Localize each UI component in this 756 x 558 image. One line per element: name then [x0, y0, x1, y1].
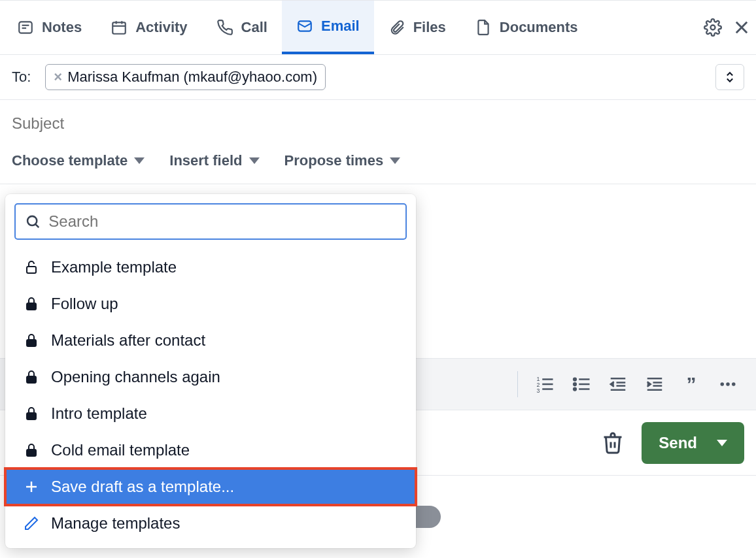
svg-rect-43 — [27, 450, 36, 456]
close-icon[interactable] — [732, 18, 751, 37]
lock-icon — [24, 442, 39, 458]
tab-email[interactable]: Email — [282, 1, 374, 54]
gear-icon[interactable] — [704, 18, 722, 37]
compose-toolbar: Choose template Insert field Propose tim… — [0, 152, 756, 184]
template-item-label: Example template — [51, 258, 177, 276]
to-row: To: × Marissa Kaufman (mkauf@yhaoo.com) — [0, 55, 756, 100]
document-icon — [475, 19, 492, 36]
svg-point-8 — [711, 25, 715, 30]
svg-point-32 — [726, 382, 730, 386]
note-icon — [17, 19, 34, 36]
email-icon — [296, 18, 313, 35]
choose-template-label: Choose template — [12, 152, 128, 169]
svg-point-18 — [574, 383, 576, 386]
plus-icon — [24, 479, 39, 495]
template-item-label: Cold email template — [51, 441, 190, 459]
tab-activity[interactable]: Activity — [96, 1, 201, 54]
template-popover: Example template Follow up Materials aft… — [5, 194, 416, 548]
manage-templates-label: Manage templates — [51, 514, 180, 533]
subject-input[interactable] — [12, 114, 744, 133]
template-item[interactable]: Follow up — [5, 286, 416, 322]
template-item[interactable]: Opening channels again — [5, 359, 416, 395]
pencil-icon — [24, 516, 39, 531]
recipient-chip[interactable]: × Marissa Kaufman (mkauf@yhaoo.com) — [45, 64, 326, 90]
template-search-box[interactable] — [14, 203, 407, 240]
save-draft-as-template[interactable]: Save draft as a template... — [5, 468, 416, 505]
remove-recipient-icon[interactable]: × — [54, 69, 62, 86]
more-formatting-button[interactable] — [718, 374, 738, 394]
expand-recipients-button[interactable] — [715, 64, 744, 90]
divider — [517, 371, 518, 397]
recipient-name: Marissa Kaufman (mkauf@yhaoo.com) — [67, 69, 317, 86]
svg-text:3: 3 — [537, 387, 540, 394]
paperclip-icon — [388, 19, 405, 36]
template-item-label: Opening channels again — [51, 368, 220, 386]
tag-chip-fragment — [415, 506, 441, 528]
template-item[interactable]: Cold email template — [5, 432, 416, 468]
svg-line-37 — [36, 225, 39, 228]
unordered-list-button[interactable] — [572, 374, 591, 394]
template-item-label: Intro template — [51, 404, 147, 423]
tab-files-label: Files — [413, 19, 446, 36]
propose-times-label: Propose times — [284, 152, 384, 169]
svg-point-31 — [721, 382, 725, 386]
phone-icon — [216, 19, 233, 36]
discard-button[interactable] — [601, 431, 625, 455]
svg-rect-38 — [27, 267, 36, 273]
tab-files[interactable]: Files — [374, 1, 460, 54]
chevron-down-icon — [249, 157, 260, 164]
composer-tabs: Notes Activity Call Email Files Document… — [0, 0, 756, 55]
manage-templates[interactable]: Manage templates — [5, 505, 416, 542]
save-draft-label: Save draft as a template... — [51, 478, 234, 496]
outdent-button[interactable] — [608, 374, 628, 394]
template-item-label: Follow up — [51, 295, 118, 313]
ordered-list-button[interactable]: 123 — [535, 374, 555, 394]
tab-notes-label: Notes — [42, 19, 82, 36]
svg-rect-41 — [27, 376, 36, 383]
svg-rect-3 — [112, 22, 126, 33]
tab-notes[interactable]: Notes — [3, 1, 96, 54]
unlock-icon — [24, 259, 39, 275]
lock-icon — [24, 369, 39, 385]
indent-button[interactable] — [645, 374, 664, 394]
lock-icon — [24, 333, 39, 348]
send-button-label: Send — [659, 434, 697, 452]
send-button[interactable]: Send — [642, 422, 744, 464]
tab-documents[interactable]: Documents — [460, 1, 593, 54]
svg-rect-42 — [27, 413, 36, 419]
calendar-icon — [111, 19, 128, 36]
chevron-down-icon — [717, 440, 727, 446]
tab-email-label: Email — [321, 18, 360, 35]
choose-template-dropdown[interactable]: Choose template — [12, 152, 145, 169]
lock-icon — [24, 296, 39, 312]
search-icon — [25, 213, 41, 230]
tab-call-label: Call — [241, 19, 267, 36]
blockquote-button[interactable]: ” — [681, 374, 701, 394]
tab-call[interactable]: Call — [202, 1, 282, 54]
chevron-down-icon — [134, 157, 145, 164]
svg-rect-40 — [27, 340, 36, 346]
tab-documents-label: Documents — [500, 19, 578, 36]
tab-activity-label: Activity — [135, 19, 187, 36]
template-item[interactable]: Example template — [5, 249, 416, 286]
insert-field-label: Insert field — [169, 152, 242, 169]
lock-icon — [24, 406, 39, 421]
to-label: To: — [12, 69, 31, 86]
template-item[interactable]: Materials after contact — [5, 322, 416, 359]
svg-point-17 — [574, 378, 576, 381]
svg-point-36 — [27, 216, 37, 225]
template-item-label: Materials after contact — [51, 331, 205, 350]
template-search-input[interactable] — [48, 212, 396, 231]
chevron-down-icon — [390, 157, 400, 164]
template-item[interactable]: Intro template — [5, 395, 416, 432]
propose-times-dropdown[interactable]: Propose times — [284, 152, 401, 169]
svg-rect-39 — [27, 303, 36, 310]
svg-point-33 — [732, 382, 736, 386]
subject-row — [0, 100, 756, 152]
svg-point-19 — [574, 388, 576, 391]
insert-field-dropdown[interactable]: Insert field — [169, 152, 259, 169]
template-list: Example template Follow up Materials aft… — [5, 245, 416, 548]
